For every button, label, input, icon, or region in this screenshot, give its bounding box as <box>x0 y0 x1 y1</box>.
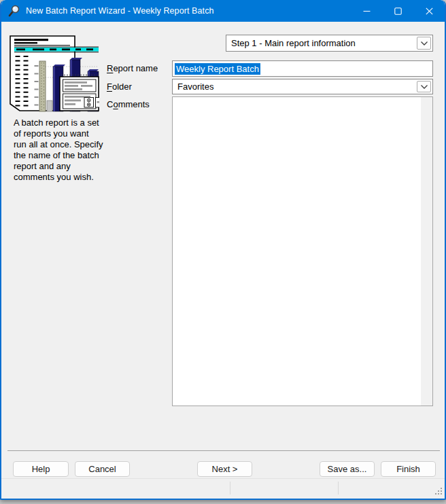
step-selector-value: Step 1 - Main report information <box>231 35 356 51</box>
status-bar <box>1 478 445 497</box>
comments-scrollbar[interactable] <box>421 97 432 406</box>
comments-textarea[interactable] <box>172 96 433 406</box>
report-name-label: Report name <box>107 63 158 73</box>
folder-label: Folder <box>107 82 132 92</box>
step-selector-dropdown[interactable]: Step 1 - Main report information <box>226 35 433 52</box>
wizard-description: A batch report is a set of reports you w… <box>14 118 110 183</box>
maximize-icon <box>394 7 402 15</box>
resize-grip[interactable] <box>435 488 443 495</box>
status-bar-divider <box>338 482 339 494</box>
dialog-body: Step 1 - Main report information <box>1 22 445 478</box>
comments-label: Comments <box>107 99 150 109</box>
report-name-selected-text: Weekly Report Batch <box>175 63 260 75</box>
magnifying-glass-wizard-icon <box>8 5 20 17</box>
minimize-icon <box>363 7 371 15</box>
help-button[interactable]: Help <box>13 461 69 477</box>
batch-report-graphic <box>10 35 99 115</box>
save-as-button[interactable]: Save as... <box>320 461 375 477</box>
close-button[interactable] <box>413 0 445 22</box>
report-name-input[interactable]: Weekly Report Batch <box>172 60 433 77</box>
minimize-button[interactable] <box>351 0 382 22</box>
wizard-dialog-window: New Batch Report Wizard - Weekly Report … <box>0 0 446 500</box>
title-bar[interactable]: New Batch Report Wizard - Weekly Report … <box>1 0 445 22</box>
next-button[interactable]: Next > <box>197 461 252 477</box>
chevron-down-icon[interactable] <box>417 81 431 92</box>
caption-buttons <box>351 0 445 22</box>
folder-dropdown[interactable]: Favorites <box>172 79 433 94</box>
cancel-button[interactable]: Cancel <box>75 461 130 477</box>
window-title: New Batch Report Wizard - Weekly Report … <box>26 6 214 16</box>
close-icon <box>426 7 433 15</box>
button-area-separator <box>7 450 440 451</box>
maximize-button[interactable] <box>382 0 413 22</box>
chevron-down-icon[interactable] <box>417 37 431 50</box>
folder-value: Favorites <box>177 79 213 94</box>
finish-button[interactable]: Finish <box>381 461 436 477</box>
status-bar-divider <box>230 482 230 494</box>
